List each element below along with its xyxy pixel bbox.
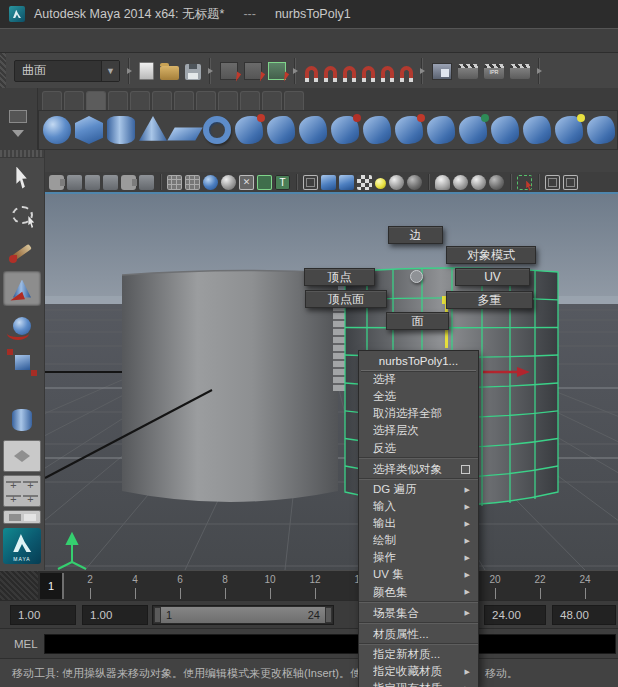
group-separator[interactable] — [535, 58, 544, 84]
scale-tool-button[interactable] — [3, 345, 41, 380]
shelf-tab[interactable] — [130, 91, 150, 110]
animation-start-field[interactable]: 1.00 — [10, 605, 76, 625]
group-separator[interactable] — [125, 58, 134, 84]
render-settings-icon[interactable] — [510, 64, 530, 79]
rotate-tool-button[interactable] — [3, 308, 41, 343]
chevron-down-icon[interactable]: ▼ — [101, 61, 119, 81]
loft-icon[interactable] — [267, 116, 295, 144]
save-scene-icon[interactable] — [185, 64, 201, 80]
context-menu-item[interactable]: 场景集合 — [359, 604, 478, 623]
safe-action-icon[interactable] — [257, 175, 272, 190]
all-lights-icon[interactable] — [389, 175, 404, 190]
render-view-icon[interactable] — [432, 63, 452, 80]
nurbs-cone-icon[interactable] — [139, 116, 167, 144]
shelf-tab[interactable] — [240, 91, 260, 110]
grid-icon[interactable] — [167, 175, 182, 190]
bookmark-icon[interactable] — [103, 175, 118, 190]
wireframe-icon[interactable] — [303, 175, 318, 190]
bevel-plus-icon[interactable] — [491, 116, 519, 144]
single-pane-layout-button[interactable] — [3, 440, 41, 472]
snap-to-curve-icon[interactable] — [324, 66, 337, 78]
select-object-icon[interactable] — [244, 62, 262, 80]
xray-icon[interactable] — [545, 175, 560, 190]
new-scene-icon[interactable] — [139, 62, 154, 80]
shelf-menu-icon[interactable] — [12, 130, 24, 137]
use-default-material-icon[interactable] — [357, 175, 372, 190]
image-plane-icon[interactable] — [121, 175, 136, 190]
default-lighting-icon[interactable] — [375, 178, 386, 189]
context-menu-item[interactable]: 操作 — [359, 549, 478, 566]
context-menu-item[interactable]: 全选 — [359, 388, 478, 405]
planar-icon[interactable] — [299, 116, 327, 144]
marking-menu-face[interactable]: 面 — [386, 312, 449, 330]
project-curve-icon[interactable] — [523, 116, 551, 144]
mel-input[interactable] — [44, 634, 616, 654]
context-menu-item[interactable]: 选择类似对象 — [359, 460, 478, 479]
range-start-handle[interactable] — [154, 607, 161, 623]
marking-menu-vertex-face[interactable]: 顶点面 — [305, 290, 387, 308]
marking-menu-object-mode[interactable]: 对象模式 — [446, 246, 536, 264]
snap-to-grid-icon[interactable] — [305, 66, 318, 78]
birail-icon[interactable] — [363, 116, 391, 144]
make-live-icon[interactable] — [400, 66, 413, 78]
render-current-frame-icon[interactable] — [458, 64, 478, 79]
shadows-icon[interactable] — [407, 175, 422, 190]
select-hierarchy-icon[interactable] — [220, 62, 238, 80]
marking-menu-vertex[interactable]: 顶点 — [304, 268, 375, 286]
shelf-tab-list-icon[interactable] — [9, 110, 27, 123]
current-frame-indicator[interactable]: 1 — [40, 573, 64, 599]
pane-layout-toggle-button[interactable] — [3, 510, 41, 524]
context-menu-item[interactable]: UV 集 — [359, 566, 478, 583]
snap-to-view-plane-icon[interactable] — [381, 66, 394, 78]
context-menu-item[interactable]: 反选 — [359, 439, 478, 458]
gate-mask-icon[interactable] — [221, 175, 236, 190]
square-surface-icon[interactable] — [427, 116, 455, 144]
textured-icon[interactable] — [339, 175, 354, 190]
select-camera-icon[interactable] — [49, 175, 64, 190]
context-menu-item[interactable]: DG 遍历 — [359, 481, 478, 498]
playback-start-field[interactable]: 1.00 — [82, 605, 148, 625]
context-menu-item[interactable]: 选择层次 — [359, 422, 478, 439]
marking-menu-edge[interactable]: 边 — [388, 226, 443, 244]
nurbs-sphere-icon[interactable] — [43, 116, 71, 144]
time-slider[interactable]: 1 2 4 6 8 10 12 14 16 18 20 22 — [0, 570, 618, 600]
group-separator[interactable] — [206, 58, 215, 84]
shelf-tab[interactable] — [64, 91, 84, 110]
lasso-tool-button[interactable] — [3, 197, 41, 232]
lock-camera-icon[interactable] — [67, 175, 82, 190]
trim-icon[interactable] — [555, 116, 583, 144]
context-menu-item[interactable]: 材质属性... — [359, 625, 478, 644]
nurbs-cylinder-icon[interactable] — [107, 116, 135, 144]
context-menu-item[interactable]: 输入 — [359, 498, 478, 515]
shelf-tab[interactable] — [284, 91, 304, 110]
context-menu-item[interactable]: 选择 — [359, 371, 478, 388]
toolbox-grip[interactable] — [0, 150, 44, 158]
playback-range-slider[interactable]: 1 24 — [152, 605, 334, 625]
context-menu-item[interactable]: 指定收藏材质 — [359, 663, 478, 680]
shelf-tab[interactable] — [42, 91, 62, 110]
spot-light-icon[interactable] — [435, 175, 450, 190]
field-chart-icon[interactable] — [239, 175, 254, 190]
command-line-label[interactable]: MEL — [0, 638, 44, 650]
xray-joints-icon[interactable] — [563, 175, 578, 190]
group-separator[interactable] — [291, 58, 300, 84]
shelf-tab[interactable] — [86, 91, 106, 110]
shelf-tab[interactable] — [152, 91, 172, 110]
last-tool-button[interactable] — [3, 402, 41, 437]
snap-to-point-icon[interactable] — [343, 66, 356, 78]
context-menu-item[interactable]: 指定现有材质 — [359, 680, 478, 687]
shelf-tab[interactable] — [218, 91, 238, 110]
shelf-tab[interactable] — [108, 91, 128, 110]
context-menu-item[interactable]: 颜色集 — [359, 583, 478, 602]
safe-title-icon[interactable] — [275, 175, 290, 190]
camera-attributes-icon[interactable] — [85, 175, 100, 190]
playback-end-field[interactable]: 24.00 — [484, 605, 546, 625]
animation-end-field[interactable]: 48.00 — [552, 605, 616, 625]
extrude-icon[interactable] — [331, 116, 359, 144]
resolution-gate-icon[interactable] — [203, 175, 218, 190]
context-menu-item[interactable]: 指定新材质... — [359, 646, 478, 663]
group-separator[interactable] — [418, 58, 427, 84]
four-pane-layout-button[interactable] — [3, 475, 41, 507]
motion-blur-icon[interactable] — [489, 175, 504, 190]
nurbs-cube-icon[interactable] — [75, 116, 103, 144]
